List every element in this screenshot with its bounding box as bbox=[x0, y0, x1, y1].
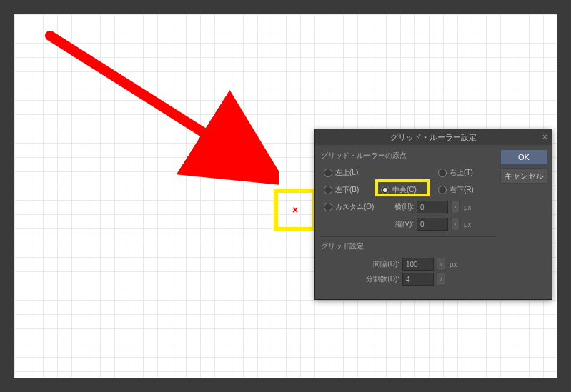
annotation-arrow bbox=[36, 25, 279, 196]
grid-group-label: グリッド設定 bbox=[321, 241, 496, 251]
center-marker: × bbox=[292, 204, 298, 216]
division-input[interactable]: 4 bbox=[402, 273, 434, 286]
radio-label: 右上(T) bbox=[450, 168, 473, 178]
cancel-button[interactable]: キャンセル bbox=[500, 168, 547, 184]
v-input[interactable]: 0 bbox=[417, 218, 448, 231]
radio-custom[interactable]: カスタム(O) bbox=[324, 202, 381, 212]
dialog-titlebar[interactable]: グリッド・ルーラー設定 × bbox=[315, 129, 552, 145]
radio-bottom-left[interactable]: 左下(B) bbox=[324, 185, 381, 195]
radio-label: カスタム(O) bbox=[335, 202, 374, 212]
radio-dot-icon bbox=[438, 169, 447, 177]
h-input[interactable]: 0 bbox=[417, 201, 448, 213]
unit-label: px bbox=[464, 203, 472, 211]
v-label: 縦(V): bbox=[381, 219, 414, 229]
radio-top-left[interactable]: 左上(L) bbox=[324, 168, 381, 178]
h-label: 横(H): bbox=[381, 202, 414, 212]
radio-label: 中央(C) bbox=[392, 185, 417, 195]
radio-label: 左下(B) bbox=[335, 185, 359, 195]
radio-center[interactable]: 中央(C) bbox=[381, 185, 438, 195]
radio-label: 左上(L) bbox=[335, 168, 358, 178]
division-stepper[interactable]: › bbox=[437, 273, 445, 286]
center-highlight-box: × bbox=[274, 189, 317, 231]
radio-top-right[interactable]: 右上(T) bbox=[438, 168, 495, 178]
radio-dot-icon bbox=[438, 186, 447, 194]
radio-label: 右下(R) bbox=[450, 185, 474, 195]
origin-radio-group: 左上(L) 右上(T) 左下(B) 中央(C) 右下(R) カスタム(O) 横(… bbox=[319, 164, 496, 237]
origin-group-label: グリッド・ルーラーの原点 bbox=[321, 151, 496, 161]
spacing-label: 間隔(D): bbox=[365, 259, 399, 269]
radio-dot-icon bbox=[324, 169, 332, 177]
ok-button[interactable]: OK bbox=[500, 149, 547, 165]
spacing-input[interactable]: 100 bbox=[402, 258, 434, 271]
division-label: 分割数(D): bbox=[365, 274, 399, 284]
unit-label: px bbox=[464, 221, 472, 228]
grid-ruler-settings-dialog: グリッド・ルーラー設定 × グリッド・ルーラーの原点 左上(L) 右上(T) 左… bbox=[314, 129, 552, 300]
radio-dot-icon bbox=[381, 186, 389, 194]
v-stepper[interactable]: › bbox=[451, 218, 460, 231]
unit-label: px bbox=[450, 261, 457, 268]
radio-dot-icon bbox=[324, 186, 332, 194]
grid-settings-group: 間隔(D): 100 › px 分割数(D): 4 › bbox=[319, 254, 496, 295]
close-icon[interactable]: × bbox=[542, 131, 547, 142]
radio-dot-icon bbox=[324, 203, 332, 211]
radio-bottom-right[interactable]: 右下(R) bbox=[438, 185, 495, 195]
dialog-title: グリッド・ルーラー設定 bbox=[390, 132, 477, 143]
spacing-stepper[interactable]: › bbox=[437, 258, 445, 271]
h-stepper[interactable]: › bbox=[451, 201, 460, 213]
